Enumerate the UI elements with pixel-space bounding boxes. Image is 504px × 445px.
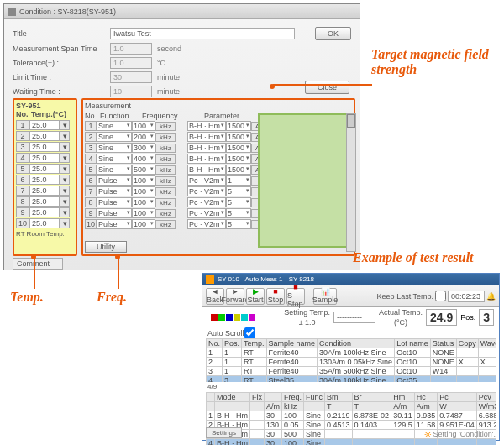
mst-input[interactable] xyxy=(110,43,152,55)
freq-select[interactable]: 400 xyxy=(132,154,155,164)
temp-input[interactable]: 25.0 xyxy=(29,186,60,196)
col-header[interactable]: Bm xyxy=(325,393,353,402)
temp-input[interactable]: 25.0 xyxy=(29,142,60,152)
fix-select[interactable]: 1500 xyxy=(226,165,251,175)
param-select[interactable]: Pc · V2m xyxy=(187,197,226,207)
param-select[interactable]: B-H · Hm xyxy=(187,143,226,153)
fix-select[interactable]: 1500 xyxy=(226,121,251,131)
freq-select[interactable]: 200 xyxy=(132,132,155,142)
func-select[interactable]: Pulse xyxy=(97,219,132,229)
param-select[interactable]: B-H · Hm xyxy=(187,154,226,164)
func-select[interactable]: Sine xyxy=(97,121,132,131)
result-table-1[interactable]: No.Pos.Temp.Sample nameConditionLot name… xyxy=(206,338,496,382)
col-header[interactable]: Temp. xyxy=(242,339,267,348)
freq-select[interactable]: 100 xyxy=(132,121,155,131)
param-select[interactable]: Pc · V2m xyxy=(187,219,226,229)
temp-input[interactable]: 25.0 xyxy=(29,196,60,207)
param-select[interactable]: B-H · Hm xyxy=(187,132,226,142)
fix-select[interactable]: 5 xyxy=(226,197,251,207)
col-header[interactable]: Pc xyxy=(438,393,477,402)
temp-dropdown[interactable]: ▾ xyxy=(60,131,70,141)
table-row[interactable]: 21RTFerrite40130A/m 0.05kHz SineOct10NON… xyxy=(207,358,496,367)
forward-button[interactable]: ►Forward xyxy=(226,288,244,305)
func-select[interactable]: Pulse xyxy=(97,186,132,196)
timer-icon[interactable]: 🔔 xyxy=(486,292,496,301)
table-row[interactable]: 4B-H · Hm30100Sine xyxy=(207,439,496,446)
param-select[interactable]: Pc · V2m xyxy=(187,208,226,218)
keep-checkbox[interactable] xyxy=(435,291,446,301)
table-row[interactable]: 43RTSteel3530A/m 100kHz SineOct35 xyxy=(207,376,496,383)
fix-select[interactable]: 1500 xyxy=(226,132,251,142)
lim-input[interactable] xyxy=(110,71,152,83)
stop-button[interactable]: ■Stop xyxy=(266,288,285,305)
table-row[interactable]: 11RTFerrite4030A/m 100kHz SineOct10NONE xyxy=(207,348,496,358)
param-select[interactable]: B-H · Hm xyxy=(187,121,226,131)
table-row[interactable]: 1B-H · Hm30100Sine0.21196.878E-0230.119.… xyxy=(207,411,496,421)
col-header[interactable]: Hc xyxy=(414,393,438,402)
col-header[interactable]: Mode xyxy=(215,393,250,402)
col-header[interactable]: Fix xyxy=(250,393,265,402)
temp-input[interactable]: 25.0 xyxy=(29,131,60,141)
col-header[interactable]: Copy xyxy=(456,339,478,348)
table-row[interactable]: 2B-H · Hm1300.05Sine0.45130.1403129.511.… xyxy=(207,421,496,430)
func-select[interactable]: Sine xyxy=(97,154,132,164)
temp-dropdown[interactable]: ▾ xyxy=(60,153,70,163)
settings-tab[interactable]: Settings xyxy=(206,427,242,438)
col-header[interactable] xyxy=(207,393,215,402)
func-select[interactable]: Sine xyxy=(97,143,132,153)
fix-select[interactable]: 1500 xyxy=(226,154,251,164)
freq-select[interactable]: 100 xyxy=(132,175,155,186)
col-header[interactable]: Pcv xyxy=(476,393,496,402)
temp-input[interactable]: 25.0 xyxy=(29,153,60,163)
col-header[interactable]: Pos. xyxy=(223,339,242,348)
fix-select[interactable]: 1 xyxy=(226,175,251,186)
wait-input[interactable] xyxy=(110,86,152,97)
scroll-thumb[interactable] xyxy=(347,114,355,128)
fix-select[interactable]: 5 xyxy=(226,186,251,196)
func-select[interactable]: Pulse xyxy=(97,208,132,218)
func-select[interactable]: Sine xyxy=(97,132,132,142)
comment-tab[interactable]: Comment xyxy=(13,258,63,270)
freq-select[interactable]: 100 xyxy=(132,186,155,196)
color-palette[interactable] xyxy=(211,314,255,321)
temp-dropdown[interactable]: ▾ xyxy=(60,120,70,130)
col-header[interactable]: Status xyxy=(430,339,456,348)
func-select[interactable]: Sine xyxy=(97,165,132,175)
freq-select[interactable]: 100 xyxy=(132,197,155,207)
temp-input[interactable]: 25.0 xyxy=(29,218,60,228)
col-header[interactable]: Func xyxy=(304,393,325,402)
col-header[interactable]: Sample name xyxy=(266,339,318,348)
col-header[interactable]: Wave xyxy=(478,339,496,348)
col-header[interactable]: No. xyxy=(207,339,223,348)
param-select[interactable]: Pc · V2m xyxy=(187,175,226,186)
sstop-button[interactable]: ■S-Stop xyxy=(286,288,305,305)
ok-button[interactable]: OK xyxy=(315,27,351,40)
result-titlebar[interactable]: SY-010 - Auto Meas 1 - SY-8218 xyxy=(202,274,499,285)
temp-input[interactable]: 25.0 xyxy=(29,164,60,174)
freq-select[interactable]: 300 xyxy=(132,143,155,153)
utility-button[interactable]: Utility xyxy=(85,241,127,253)
temp-dropdown[interactable]: ▾ xyxy=(60,196,70,207)
scrollbar[interactable] xyxy=(346,113,356,252)
col-header[interactable]: Freq. xyxy=(282,393,304,402)
temp-dropdown[interactable]: ▾ xyxy=(60,164,70,174)
condition-titlebar[interactable]: Condition : SY-8218(SY-951) xyxy=(4,4,360,19)
col-header[interactable]: Lot name xyxy=(395,339,431,348)
temp-input[interactable]: 25.0 xyxy=(29,120,60,130)
auto-scroll-checkbox[interactable] xyxy=(244,327,255,338)
func-select[interactable]: Pulse xyxy=(97,175,132,186)
freq-select[interactable]: 500 xyxy=(132,165,155,175)
col-header[interactable]: Condition xyxy=(318,339,395,348)
freq-select[interactable]: 100 xyxy=(132,208,155,218)
temp-dropdown[interactable]: ▾ xyxy=(60,142,70,152)
sample-button[interactable]: 📊Sample xyxy=(313,288,337,305)
col-header[interactable] xyxy=(265,393,282,402)
temp-input[interactable]: 25.0 xyxy=(29,207,60,217)
tol-input[interactable] xyxy=(110,57,152,69)
temp-input[interactable]: 25.0 xyxy=(29,175,60,185)
fix-select[interactable]: 1500 xyxy=(226,143,251,153)
fix-select[interactable]: 5 xyxy=(226,208,251,218)
table-row[interactable]: 31RTFerrite4035A/m 500kHz SineOct10W14 xyxy=(207,367,496,376)
col-header[interactable]: Br xyxy=(352,393,391,402)
param-select[interactable]: Pc · V2m xyxy=(187,186,226,196)
